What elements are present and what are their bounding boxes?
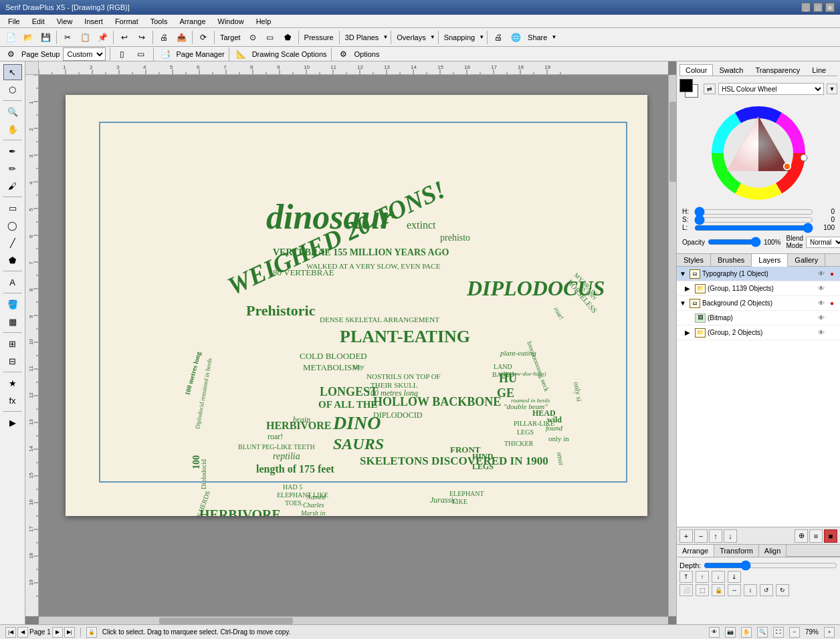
colour-layer-btn[interactable]: ■ <box>824 529 837 543</box>
text-tool[interactable]: A <box>3 274 22 290</box>
layer-lock-3[interactable]: ● <box>827 299 837 307</box>
tab-transparency[interactable]: Transparency <box>749 64 806 76</box>
rotate-right-btn[interactable]: ↻ <box>776 584 789 596</box>
tab-layers[interactable]: Layers <box>752 254 788 267</box>
layer-vis-2[interactable]: 👁 <box>816 285 827 292</box>
paste-btn[interactable]: 📌 <box>94 29 110 45</box>
prev-page-btn[interactable]: ◀ <box>17 627 28 638</box>
canvas-area[interactable]: dinosaur extinct prehisto WEIGHED 20 TON… <box>25 61 676 624</box>
save-btn[interactable]: 💾 <box>37 29 54 45</box>
undo-btn[interactable]: ↩ <box>116 29 132 45</box>
swap-colours-btn[interactable]: ⇄ <box>704 84 716 94</box>
layer-expand-3[interactable]: ▼ <box>679 299 688 307</box>
layer-vis-5[interactable]: 👁 <box>816 329 827 336</box>
next-page-btn[interactable]: ▶ <box>52 627 63 638</box>
menu-format[interactable]: Format <box>110 16 144 27</box>
select-tool[interactable]: ↖ <box>3 64 22 80</box>
menu-tools[interactable]: Tools <box>145 16 173 27</box>
tab-brushes[interactable]: Brushes <box>711 254 752 266</box>
tab-line[interactable]: Line <box>806 64 832 76</box>
tab-transform[interactable]: Transform <box>714 545 759 557</box>
tab-styles[interactable]: Styles <box>677 254 711 266</box>
zoom-out-btn[interactable]: − <box>789 627 800 638</box>
redo-btn[interactable]: ↪ <box>134 29 150 45</box>
lock-btn[interactable]: 🔒 <box>712 584 725 596</box>
tab-align[interactable]: Align <box>759 545 786 557</box>
menu-arrange[interactable]: Arrange <box>174 16 211 27</box>
rotate-btn[interactable]: ⟳ <box>195 29 211 45</box>
vertical-scrollbar[interactable] <box>668 75 676 616</box>
tab-swatch[interactable]: Swatch <box>713 64 749 76</box>
colour-wheel-type-select[interactable]: HSL Colour Wheel <box>718 83 824 95</box>
brush-tool[interactable]: 🖌 <box>3 178 22 194</box>
page-size-select[interactable]: Custom A4 Letter <box>63 47 106 61</box>
tab-gallery[interactable]: Gallery <box>788 254 825 266</box>
fullscreen-btn[interactable]: ⛶ <box>773 627 784 638</box>
h-scroll-thumb[interactable] <box>159 618 293 624</box>
node-tool[interactable]: ⬡ <box>3 82 22 98</box>
landscape-btn[interactable]: ▭ <box>133 46 149 62</box>
pan-tool[interactable]: ✋ <box>3 121 22 137</box>
target-path-btn[interactable]: ⬟ <box>280 29 296 45</box>
effect-tool[interactable]: ★ <box>3 375 22 391</box>
last-page-btn[interactable]: ▶| <box>64 627 75 638</box>
print2-btn[interactable]: 🖨 <box>490 29 506 45</box>
colour-options-btn[interactable]: ▼ <box>827 84 837 94</box>
send-to-back-btn[interactable]: ⤓ <box>728 571 741 583</box>
move-down-btn[interactable]: ↓ <box>724 529 737 543</box>
menu-help[interactable]: Help <box>251 16 277 27</box>
layer-vis-4[interactable]: 👁 <box>816 314 827 322</box>
layer-expand-5[interactable]: ▶ <box>685 329 693 336</box>
portrait-btn[interactable]: ▯ <box>114 46 130 62</box>
first-page-btn[interactable]: |◀ <box>5 627 16 638</box>
tab-colour[interactable]: Colour <box>679 64 713 76</box>
layer-background[interactable]: ▼ 🗂 Background (2 Objects) 👁 ● <box>677 296 840 311</box>
delete-layer-btn[interactable]: − <box>694 529 708 543</box>
rect-tool[interactable]: ▭ <box>3 200 22 216</box>
flip-h-btn[interactable]: ↔ <box>728 584 741 596</box>
lock-page-btn[interactable]: 🔒 <box>86 627 97 638</box>
v-scroll-thumb[interactable] <box>669 102 676 182</box>
menu-insert[interactable]: Insert <box>79 16 108 27</box>
flip-v-btn[interactable]: ↕ <box>744 584 757 596</box>
group-btn[interactable]: ⬜ <box>679 584 693 596</box>
add-layer-btn[interactable]: + <box>679 529 693 543</box>
canvas-scroll-area[interactable]: dinosaur extinct prehisto WEIGHED 20 TON… <box>39 75 668 616</box>
layer-bitmap[interactable]: 🖼 (Bitmap) 👁 <box>677 311 840 326</box>
layer-group-2[interactable]: ▶ 📁 (Group, 2 Objects) 👁 <box>677 326 840 340</box>
fx-tool[interactable]: fx <box>3 392 22 408</box>
line-tool[interactable]: ╱ <box>3 235 22 251</box>
shape-tool[interactable]: ⬟ <box>3 252 22 268</box>
open-btn[interactable]: 📂 <box>20 29 36 45</box>
zoom-tool[interactable]: 🔍 <box>3 104 22 120</box>
tab-arrange[interactable]: Arrange <box>677 545 714 557</box>
bring-forward-btn[interactable]: ↑ <box>696 571 709 583</box>
zoom-status-btn[interactable]: 🔍 <box>757 627 768 638</box>
horizontal-scrollbar[interactable] <box>39 616 668 624</box>
lum-slider[interactable] <box>694 225 813 231</box>
close-btn[interactable]: ✕ <box>825 3 835 12</box>
eye-btn[interactable]: 👁 <box>709 627 720 638</box>
drawing-scale-btn[interactable]: 📐 <box>233 46 249 62</box>
cut-btn[interactable]: ✂ <box>60 29 76 45</box>
foreground-colour-swatch[interactable] <box>679 79 693 92</box>
crop-tool[interactable]: ⊞ <box>3 336 22 352</box>
send-backward-btn[interactable]: ↓ <box>712 571 725 583</box>
camera-btn[interactable]: 📷 <box>725 627 736 638</box>
pencil-tool[interactable]: ✏ <box>3 160 22 176</box>
layer-options-btn[interactable]: ≡ <box>809 529 823 543</box>
merge-btn[interactable]: ⊕ <box>795 529 808 543</box>
print-btn[interactable]: 🖨 <box>156 29 172 45</box>
menu-window[interactable]: Window <box>213 16 249 27</box>
zoom-in-btn[interactable]: + <box>824 627 835 638</box>
minimize-btn[interactable]: _ <box>801 3 811 12</box>
options-btn[interactable]: ⚙ <box>336 46 352 62</box>
page-setup-btn[interactable]: ⚙ <box>3 46 19 62</box>
bring-to-front-btn[interactable]: ⤒ <box>679 571 693 583</box>
layer-typography[interactable]: ▼ 🗂 Typography (1 Object) 👁 ● <box>677 267 840 281</box>
layer-lock-1[interactable]: ● <box>827 270 837 277</box>
colour-wheel-svg[interactable] <box>708 103 809 203</box>
target-rect-btn[interactable]: ▭ <box>262 29 278 45</box>
page-manager-btn[interactable]: 📑 <box>158 46 174 62</box>
blend-mode-select[interactable]: Normal Multiply Screen <box>806 237 840 248</box>
